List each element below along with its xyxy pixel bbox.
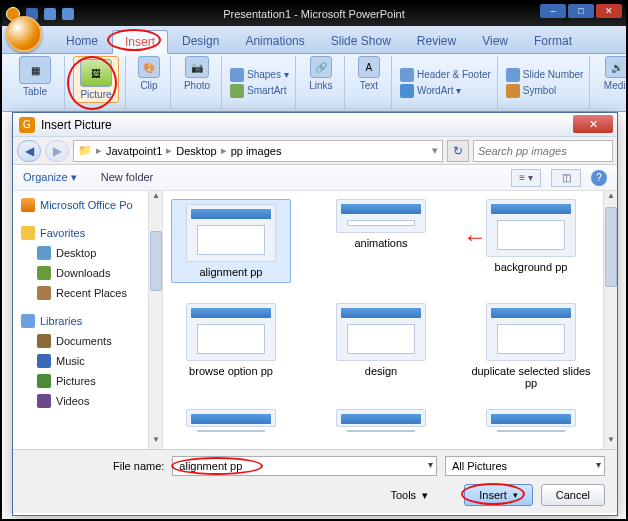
cancel-button[interactable]: Cancel: [541, 484, 605, 506]
file-item-selected[interactable]: alignment pp: [171, 199, 291, 283]
file-item[interactable]: duplicate selected slides pp: [471, 303, 591, 389]
file-item[interactable]: [471, 409, 591, 427]
slide-number-button[interactable]: Slide Number: [506, 68, 584, 82]
tab-insert[interactable]: Insert: [112, 30, 168, 54]
view-options-button[interactable]: ≡ ▾: [511, 169, 541, 187]
file-scrollbar[interactable]: ▲ ▼: [603, 191, 617, 449]
file-item[interactable]: design: [321, 303, 441, 389]
redo-icon[interactable]: [62, 8, 74, 20]
tab-slideshow[interactable]: Slide Show: [319, 30, 403, 53]
tab-view[interactable]: View: [470, 30, 520, 53]
file-item[interactable]: [321, 409, 441, 427]
breadcrumb[interactable]: 📁 ▸ Javatpoint1 ▸ Desktop ▸ pp images ▾: [73, 140, 443, 162]
file-thumb: [186, 409, 276, 427]
file-item[interactable]: [171, 409, 291, 427]
insert-button[interactable]: Insert▾: [464, 484, 533, 506]
new-folder-button[interactable]: New folder: [101, 171, 154, 184]
file-label: alignment pp: [200, 266, 263, 278]
music-icon: [37, 354, 51, 368]
nav-libraries[interactable]: Libraries: [19, 311, 162, 331]
file-label: duplicate selected slides pp: [471, 365, 591, 389]
scroll-down-icon[interactable]: ▼: [149, 435, 163, 449]
file-thumb: [336, 303, 426, 361]
file-thumb: [186, 204, 276, 262]
scroll-up-icon[interactable]: ▲: [604, 191, 617, 205]
photo-icon: 📷: [185, 56, 209, 78]
header-footer-button[interactable]: Header & Footer: [400, 68, 491, 82]
nav-recent[interactable]: Recent Places: [19, 283, 162, 303]
preview-pane-button[interactable]: ◫: [551, 169, 581, 187]
wordart-button[interactable]: WordArt ▾: [400, 84, 462, 98]
smartart-icon: [230, 84, 244, 98]
tab-format[interactable]: Format: [522, 30, 584, 53]
close-button[interactable]: ✕: [596, 4, 622, 18]
textbox-button[interactable]: A Text: [353, 56, 385, 91]
media-button[interactable]: 🔊 Media: [598, 56, 628, 91]
nav-pictures[interactable]: Pictures: [19, 371, 162, 391]
nav-back-button[interactable]: ◀: [17, 140, 41, 162]
tab-animations[interactable]: Animations: [233, 30, 316, 53]
file-item[interactable]: browse option pp: [171, 303, 291, 389]
smartart-button[interactable]: SmartArt: [230, 84, 286, 98]
file-thumb: [486, 409, 576, 427]
scroll-thumb[interactable]: [150, 231, 162, 291]
table-button[interactable]: ▦ Table: [12, 56, 58, 97]
tab-review[interactable]: Review: [405, 30, 468, 53]
shapes-button[interactable]: Shapes ▾: [230, 68, 289, 82]
crumb-user[interactable]: Javatpoint1: [106, 145, 162, 157]
file-name-combo[interactable]: alignment pp: [172, 456, 437, 476]
tab-home[interactable]: Home: [54, 30, 110, 53]
maximize-button[interactable]: □: [568, 4, 594, 18]
picture-button[interactable]: 🖼 Picture: [73, 56, 119, 103]
nav-videos[interactable]: Videos: [19, 391, 162, 411]
dialog-close-button[interactable]: ✕: [573, 115, 613, 133]
crumb-folder[interactable]: pp images: [231, 145, 282, 157]
header-footer-icon: [400, 68, 414, 82]
refresh-button[interactable]: ↻: [447, 140, 469, 162]
crumb-desktop[interactable]: Desktop: [176, 145, 216, 157]
organize-button[interactable]: Organize ▾: [23, 171, 77, 184]
file-thumb: [486, 199, 576, 257]
nav-documents[interactable]: Documents: [19, 331, 162, 351]
nav-downloads[interactable]: Downloads: [19, 263, 162, 283]
tools-button[interactable]: Tools ▾: [390, 489, 428, 502]
crumb-dropdown-icon[interactable]: ▾: [432, 144, 438, 157]
text-icon: A: [358, 56, 380, 78]
file-item[interactable]: background pp: [471, 199, 591, 283]
scroll-thumb[interactable]: [605, 207, 617, 287]
file-name-label: File name:: [113, 460, 164, 472]
nav-favorites[interactable]: Favorites: [19, 223, 162, 243]
shapes-icon: [230, 68, 244, 82]
tab-design[interactable]: Design: [170, 30, 231, 53]
file-thumb: [186, 303, 276, 361]
scroll-up-icon[interactable]: ▲: [149, 191, 163, 205]
scroll-down-icon[interactable]: ▼: [604, 435, 617, 449]
media-icon: 🔊: [605, 56, 628, 78]
symbol-button[interactable]: Symbol: [506, 84, 556, 98]
undo-icon[interactable]: [44, 8, 56, 20]
help-button[interactable]: ?: [591, 170, 607, 186]
nav-scrollbar[interactable]: ▲ ▼: [148, 191, 162, 449]
links-button[interactable]: 🔗 Links: [304, 56, 338, 91]
search-input[interactable]: [473, 140, 613, 162]
file-filter-combo[interactable]: All Pictures: [445, 456, 605, 476]
file-item[interactable]: animations: [321, 199, 441, 283]
photo-album-button[interactable]: 📷 Photo: [179, 56, 215, 91]
nav-office[interactable]: Microsoft Office Po: [19, 195, 162, 215]
nav-desktop[interactable]: Desktop: [19, 243, 162, 263]
office-button[interactable]: [6, 16, 42, 52]
picture-icon: 🖼: [80, 59, 112, 87]
documents-icon: [37, 334, 51, 348]
file-thumb: [336, 409, 426, 427]
pictures-icon: [37, 374, 51, 388]
dialog-icon: G: [19, 117, 35, 133]
videos-icon: [37, 394, 51, 408]
file-list-pane: alignment pp animations background pp br…: [163, 191, 617, 449]
office-icon: [21, 198, 35, 212]
window-title: Presentation1 - Microsoft PowerPoint: [223, 8, 405, 20]
dialog-title-bar: G Insert Picture ✕: [13, 113, 617, 137]
minimize-button[interactable]: –: [540, 4, 566, 18]
clipart-button[interactable]: 🎨 Clip: [134, 56, 164, 91]
nav-music[interactable]: Music: [19, 351, 162, 371]
nav-forward-button[interactable]: ▶: [45, 140, 69, 162]
